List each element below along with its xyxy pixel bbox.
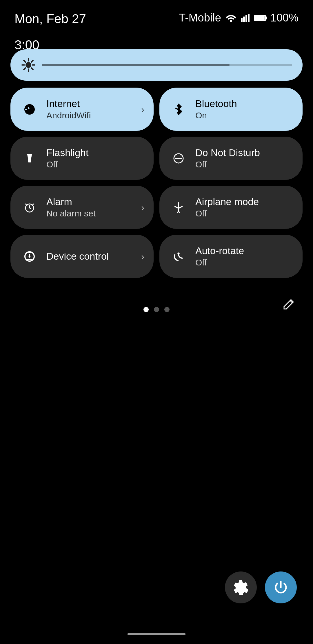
edit-button[interactable] xyxy=(282,296,297,311)
bluetooth-label: Bluetooth xyxy=(195,98,237,109)
svg-rect-3 xyxy=(248,14,250,22)
brightness-slider[interactable] xyxy=(42,64,292,66)
alarm-arrow-icon: › xyxy=(141,202,144,213)
alarm-label: Alarm xyxy=(46,196,96,207)
wifi-icon xyxy=(226,14,236,22)
page-indicators xyxy=(143,307,170,312)
brightness-icon xyxy=(21,57,36,73)
tile-devicecontrol[interactable]: Device control› xyxy=(10,235,154,278)
donotdisturb-icon xyxy=(170,150,187,167)
signal-icon xyxy=(241,14,250,22)
svg-line-11 xyxy=(31,60,33,62)
alarm-sublabel: No alarm set xyxy=(46,209,96,218)
page-dot-1[interactable] xyxy=(143,307,149,312)
airplanemode-sublabel: Off xyxy=(195,209,259,218)
airplanemode-label: Airplane mode xyxy=(195,196,259,207)
page-indicators-row xyxy=(0,292,313,315)
svg-rect-13 xyxy=(28,158,31,162)
devicecontrol-arrow-icon: › xyxy=(141,251,144,262)
devicecontrol-icon xyxy=(21,248,38,265)
svg-rect-14 xyxy=(27,154,32,155)
tile-airplanemode[interactable]: Airplane modeOff xyxy=(159,186,303,229)
bluetooth-icon xyxy=(170,101,187,118)
internet-label: Internet xyxy=(46,98,91,109)
internet-sublabel: AndroidWifi xyxy=(46,111,91,120)
quick-tiles-grid: InternetAndroidWifi› BluetoothOn Flashli… xyxy=(10,88,303,278)
devicecontrol-label: Device control xyxy=(46,251,109,262)
brightness-row[interactable] xyxy=(10,49,303,81)
status-right: T-Mobile 100% xyxy=(179,12,299,24)
battery-icon xyxy=(254,15,266,21)
tile-alarm[interactable]: AlarmNo alarm set› xyxy=(10,186,154,229)
page-dot-3[interactable] xyxy=(164,307,170,312)
autorotate-sublabel: Off xyxy=(195,258,244,267)
tile-internet[interactable]: InternetAndroidWifi› xyxy=(10,88,154,131)
page-dot-2[interactable] xyxy=(154,307,159,312)
status-time: 3:00 xyxy=(14,38,39,52)
home-indicator[interactable] xyxy=(128,633,185,635)
power-button[interactable] xyxy=(265,571,297,603)
battery-label: 100% xyxy=(270,12,299,24)
bottom-buttons xyxy=(225,571,297,603)
bluetooth-sublabel: On xyxy=(195,111,237,120)
carrier-label: T-Mobile xyxy=(179,12,221,24)
internet-icon xyxy=(21,101,38,118)
svg-rect-19 xyxy=(29,254,30,258)
svg-rect-0 xyxy=(241,18,243,22)
flashlight-sublabel: Off xyxy=(46,160,89,169)
svg-line-10 xyxy=(31,68,33,70)
svg-line-12 xyxy=(24,68,26,70)
donotdisturb-label: Do Not Disturb xyxy=(195,147,260,158)
autorotate-label: Auto-rotate xyxy=(195,245,244,256)
flashlight-label: Flashlight xyxy=(46,147,89,158)
status-date: Mon, Feb 27 xyxy=(14,12,86,26)
status-bar: Mon, Feb 27 T-Mobile 100% xyxy=(0,0,313,32)
flashlight-icon xyxy=(21,150,38,167)
tile-autorotate[interactable]: Auto-rotateOff xyxy=(159,235,303,278)
svg-rect-1 xyxy=(243,17,245,22)
tile-bluetooth[interactable]: BluetoothOn xyxy=(159,88,303,131)
airplanemode-icon xyxy=(170,199,187,216)
quick-settings-panel: InternetAndroidWifi› BluetoothOn Flashli… xyxy=(0,49,313,278)
internet-arrow-icon: › xyxy=(141,104,144,115)
svg-point-4 xyxy=(26,62,31,68)
settings-button[interactable] xyxy=(225,571,257,603)
svg-rect-2 xyxy=(245,15,247,22)
alarm-icon xyxy=(21,199,38,216)
tile-donotdisturb[interactable]: Do Not DisturbOff xyxy=(159,137,303,180)
donotdisturb-sublabel: Off xyxy=(195,160,260,169)
svg-line-9 xyxy=(24,60,26,62)
autorotate-icon xyxy=(170,248,187,265)
tile-flashlight[interactable]: FlashlightOff xyxy=(10,137,154,180)
